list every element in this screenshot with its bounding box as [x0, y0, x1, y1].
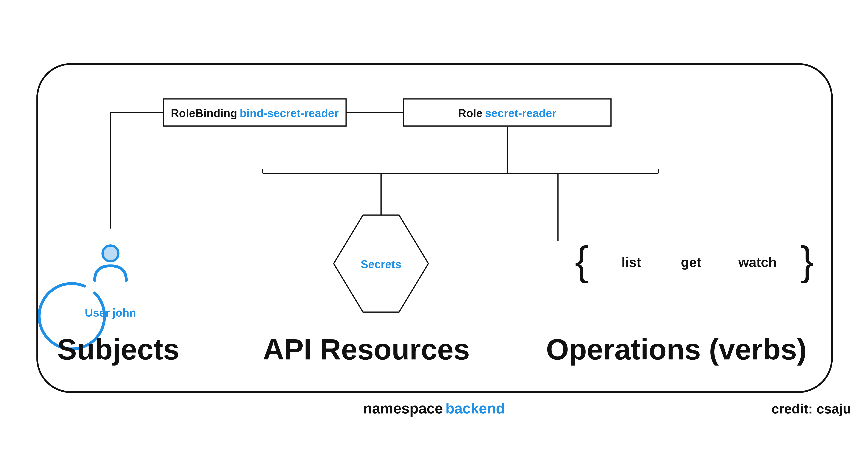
subject-name-label: john	[112, 306, 136, 319]
section-resources: API Resources	[263, 333, 470, 366]
resource-hexagon: Secrets	[334, 215, 428, 312]
role-box: Role secret-reader	[404, 99, 611, 126]
role-name-label: secret-reader	[485, 107, 556, 120]
brace-open-icon: {	[575, 238, 589, 284]
verb-0: list	[621, 254, 641, 270]
svg-text:User
     
    john: User john	[85, 306, 136, 319]
rolebinding-name-label: bind-secret-reader	[240, 107, 339, 120]
role-kind-label: Role	[458, 107, 483, 120]
svg-point-5	[102, 246, 118, 261]
svg-text:Role
       
      secret-read: Role secret-reader	[458, 107, 557, 120]
resource-label: Secrets	[361, 258, 401, 271]
brace-close-icon: }	[800, 238, 814, 284]
credit-label: credit: csaju	[772, 401, 851, 416]
section-operations: Operations (verbs)	[546, 333, 807, 366]
rolebinding-kind-label: RoleBinding	[171, 107, 237, 120]
verbs-set: { list get watch }	[575, 238, 814, 284]
rolebinding-box: RoleBinding bind-secret-reader	[163, 99, 346, 126]
verb-2: watch	[738, 254, 777, 270]
namespace-caption: namespace backend	[363, 400, 505, 416]
verb-1: get	[681, 254, 701, 270]
subject-kind-label: User	[85, 306, 110, 319]
namespace-name: backend	[445, 400, 505, 416]
connector-rolebinding-to-user	[111, 113, 163, 229]
section-subjects: Subjects	[57, 333, 180, 366]
namespace-label: namespace	[363, 400, 443, 416]
svg-text:RoleBinding
       
      bind: RoleBinding bind-secret-reader	[171, 107, 339, 120]
